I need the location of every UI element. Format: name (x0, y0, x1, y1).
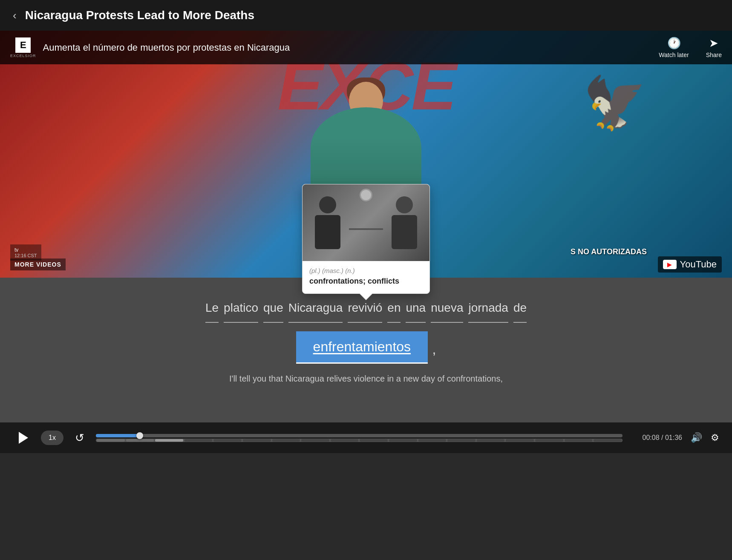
video-title: Aumenta el número de muertos por protest… (43, 42, 659, 53)
word-platico[interactable]: platico (224, 295, 258, 323)
share-icon: ➤ (709, 37, 718, 50)
popup-image-bg (303, 184, 429, 261)
popup-content: (pl.) (masc.) (n.) confrontations; confl… (303, 261, 429, 293)
comma-punctuation: , (432, 342, 436, 357)
segment-14 (477, 439, 505, 442)
video-player[interactable]: EXCE 🦅 E EXCELSIOR Aumenta el número de … (0, 31, 732, 278)
video-top-actions: 🕐 Watch later ➤ Share (659, 37, 722, 58)
watch-later-icon: 🕐 (667, 37, 681, 50)
segment-11 (389, 439, 417, 442)
word-jornada[interactable]: jornada (468, 295, 508, 323)
excelsior-subtitle: EXCELSIOR (10, 54, 36, 58)
youtube-play-icon: ▶ (663, 260, 677, 269)
word-le[interactable]: Le (205, 295, 219, 323)
progress-bar-main[interactable] (96, 434, 622, 437)
word-segments-bar (96, 439, 622, 442)
segment-13 (447, 439, 476, 442)
segment-3 (155, 439, 183, 442)
eagle-decoration: 🦅 (583, 73, 647, 133)
segment-4 (184, 439, 213, 442)
replay-button[interactable]: ↺ (72, 430, 87, 445)
replay-icon: ↺ (75, 431, 84, 445)
player-controls: 1x ↺ 00: (0, 422, 732, 453)
play-button[interactable] (13, 428, 32, 448)
play-icon (19, 432, 28, 444)
excelsior-e: E (15, 37, 31, 53)
popup-image (303, 184, 429, 261)
word-nueva[interactable]: nueva (431, 295, 463, 323)
segment-1 (97, 439, 125, 442)
word-de[interactable]: de (513, 295, 527, 323)
progress-track[interactable] (96, 434, 622, 442)
highlighted-word-row: enfrentamientos , (26, 331, 706, 364)
segment-2 (126, 439, 154, 442)
segment-8 (301, 439, 329, 442)
volume-icon: 🔊 (691, 432, 702, 443)
segment-10 (360, 439, 388, 442)
segment-6 (243, 439, 271, 442)
watch-later-label: Watch later (659, 52, 689, 58)
segment-18 (594, 439, 622, 442)
word-nicaragua[interactable]: Nicaragua (288, 295, 343, 323)
header: ‹ Nicaragua Protests Lead to More Deaths (0, 0, 732, 31)
settings-button[interactable]: ⚙ (711, 432, 719, 443)
segment-15 (506, 439, 534, 442)
fight-scene-illustration (303, 184, 429, 261)
highlighted-word[interactable]: enfrentamientos (296, 331, 428, 364)
segment-16 (535, 439, 563, 442)
time-current: 00:08 (643, 434, 660, 441)
segment-7 (272, 439, 300, 442)
volume-button[interactable]: 🔊 (691, 432, 702, 443)
more-videos-button[interactable]: MORE VIDEOS (10, 258, 66, 270)
video-top-bar: E EXCELSIOR Aumenta el número de muertos… (0, 31, 732, 64)
english-translation: I'll tell you that Nicaragua relives vio… (26, 374, 706, 384)
time-display: 00:08 / 01:36 (631, 434, 682, 442)
share-label: Share (706, 52, 722, 58)
youtube-logo: ▶ YouTube (658, 256, 722, 273)
excelsior-logo: E EXCELSIOR (10, 37, 36, 58)
settings-icon: ⚙ (711, 432, 719, 443)
word-que[interactable]: que (263, 295, 283, 323)
word-en[interactable]: en (387, 295, 401, 323)
back-button[interactable]: ‹ (13, 10, 17, 21)
popup-pos-label: (pl.) (masc.) (n.) (309, 267, 423, 274)
segment-9 (331, 439, 359, 442)
progress-filled (96, 434, 140, 437)
segment-5 (213, 439, 242, 442)
popup-definition: confrontations; conflicts (309, 277, 423, 286)
segment-12 (418, 439, 447, 442)
time-total: 01:36 (665, 434, 682, 441)
word-popup: (pl.) (masc.) (n.) confrontations; confl… (302, 184, 430, 294)
speed-button[interactable]: 1x (41, 431, 63, 445)
time-separator: / (661, 434, 665, 441)
word-una[interactable]: una (406, 295, 426, 323)
segment-17 (565, 439, 593, 442)
progress-thumb[interactable] (136, 432, 143, 439)
youtube-label: YouTube (680, 259, 717, 270)
watch-later-button[interactable]: 🕐 Watch later (659, 37, 689, 58)
page-title: Nicaragua Protests Lead to More Deaths (25, 9, 254, 22)
share-button[interactable]: ➤ Share (706, 37, 722, 58)
